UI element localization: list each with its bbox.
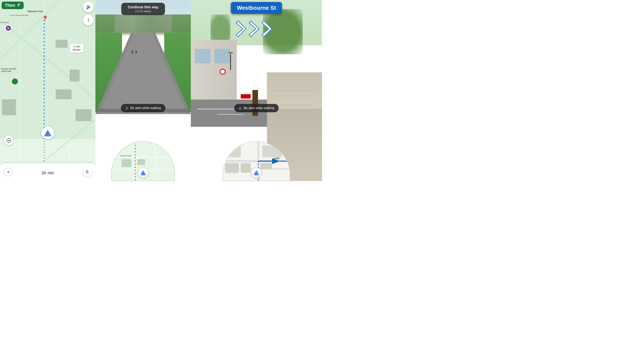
continue-title: Continue this way	[126, 5, 160, 9]
continue-subtitle: 0.3 mi away	[126, 9, 160, 13]
mini-map-turn-arrow	[252, 168, 262, 178]
compass-icon	[85, 17, 92, 23]
svg-marker-27	[100, 32, 187, 114]
mini-map-arrow	[138, 168, 148, 178]
speaker-button[interactable]: 🔊	[83, 1, 94, 12]
then-label: Then	[5, 3, 15, 8]
destination-pin: 📍	[42, 15, 49, 22]
then-turn-icon: ↱	[17, 3, 20, 8]
location-button[interactable]	[4, 136, 14, 145]
svg-text:A402: A402	[274, 157, 280, 160]
svg-rect-11	[56, 40, 68, 48]
reformers-tree-label: Reformers' Tree	[28, 10, 43, 12]
then-button[interactable]: Then ↱	[2, 1, 24, 9]
map-panel: Reformers' Tree Emma FitzGerald Walk Par…	[0, 0, 96, 181]
map-background	[0, 0, 96, 181]
svg-rect-15	[76, 109, 92, 121]
location-icon	[6, 138, 11, 143]
street-sign: Westbourne St	[231, 2, 282, 14]
emma-walk-label: Emma FitzGerald Walk	[10, 14, 28, 16]
svg-text:ckworth Walk: ckworth Walk	[120, 155, 131, 157]
close-icon: ✕	[7, 170, 10, 174]
svg-marker-37	[236, 21, 246, 37]
street-sign-text: Westbourne St	[237, 5, 276, 11]
route-swap-icon: ⇅	[85, 169, 89, 175]
close-button[interactable]: ✕	[4, 168, 13, 176]
svg-rect-34	[122, 159, 132, 167]
speaker-icon: 🔊	[86, 4, 91, 9]
svg-rect-33	[137, 159, 145, 165]
chevron-arrow-3	[261, 19, 278, 39]
svg-rect-44	[225, 163, 239, 173]
svg-rect-46	[260, 163, 272, 169]
park-tree-icon: 🌲	[12, 78, 18, 84]
bottom-bar: ✕ 28 min ⇅	[0, 163, 96, 181]
svg-rect-12	[70, 69, 80, 81]
ar-direction-arrows	[235, 19, 278, 39]
toilet-icon: 🚻	[6, 26, 11, 30]
nav-arrow-marker	[41, 127, 54, 139]
warning-icon-turn: ⚠	[238, 106, 242, 110]
alert-text-straight: Be alert while walking	[130, 106, 161, 110]
parade-ground-label: Parade Ground,Hyde Park	[1, 67, 16, 72]
svg-point-21	[8, 140, 9, 141]
svg-rect-45	[241, 163, 251, 173]
route-swap-button[interactable]: ⇅	[83, 168, 92, 176]
compass-button[interactable]	[83, 15, 94, 25]
slower-label: 1 min slower	[70, 44, 84, 52]
svg-rect-13	[56, 89, 72, 99]
alert-text-turn: Be alert while walking	[244, 106, 274, 110]
svg-marker-19	[88, 18, 89, 22]
ar-straight-panel: Continue this way 0.3 mi away ⚠ Be alert…	[96, 0, 191, 181]
svg-rect-14	[2, 99, 16, 115]
warning-icon-straight: ⚠	[125, 106, 128, 110]
ar-turn-panel: Westbourne St ⚠ Be alert while walking	[191, 0, 322, 181]
continue-banner: Continue this way 0.3 mi away	[121, 3, 165, 15]
alert-badge-turn: ⚠ Be alert while walking	[234, 104, 279, 112]
svg-marker-39	[262, 21, 272, 37]
time-display: 28 min	[41, 168, 54, 176]
alert-badge-straight: ⚠ Be alert while walking	[121, 104, 165, 112]
park-toilets-label: Park Toilets	[0, 21, 9, 23]
svg-marker-38	[249, 21, 259, 37]
